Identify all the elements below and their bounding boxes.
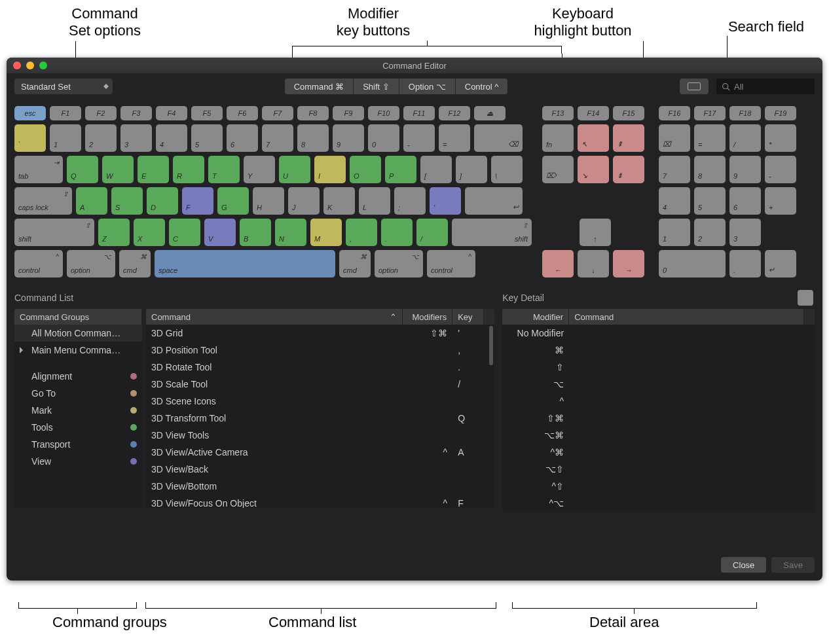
- key-7[interactable]: 7: [262, 124, 293, 152]
- key-end[interactable]: ↘: [578, 156, 609, 183]
- key-6[interactable]: 6: [729, 187, 761, 215]
- color-swatch[interactable]: [798, 290, 813, 306]
- group-row[interactable]: All Motion Comman…: [14, 325, 142, 342]
- group-row[interactable]: Transport: [14, 436, 142, 453]
- key-F[interactable]: F: [182, 187, 213, 215]
- key-control-left[interactable]: ^control: [14, 250, 63, 277]
- key-F12[interactable]: F12: [439, 106, 470, 120]
- key-Y[interactable]: Y: [244, 156, 275, 183]
- command-row[interactable]: 3D Rotate Tool.: [146, 359, 494, 376]
- key-X[interactable]: X: [134, 219, 165, 246]
- key-V[interactable]: V: [204, 219, 236, 246]
- key-down[interactable]: ↓: [578, 250, 609, 277]
- key-F6[interactable]: F6: [227, 106, 258, 120]
- key-cmd-left[interactable]: ⌘cmd: [119, 250, 151, 277]
- key-0[interactable]: 0: [368, 124, 399, 152]
- key--[interactable]: -: [403, 124, 435, 152]
- command-row[interactable]: 3D View/Focus On Object^F: [146, 495, 494, 508]
- key-space[interactable]: space: [155, 250, 335, 277]
- scrollbar-thumb[interactable]: [489, 326, 493, 365]
- key-F16[interactable]: F16: [659, 106, 690, 120]
- key-backslash[interactable]: \: [491, 156, 523, 183]
- modifier-control-button[interactable]: Control ^: [455, 79, 508, 94]
- key-Z[interactable]: Z: [98, 219, 130, 246]
- key-option-right[interactable]: ⌥option: [375, 250, 423, 277]
- key-G[interactable]: G: [217, 187, 249, 215]
- key-5[interactable]: 5: [191, 124, 223, 152]
- key-5[interactable]: 5: [694, 187, 726, 215]
- key-num0[interactable]: 0: [659, 250, 726, 277]
- column-header[interactable]: Command⌃: [146, 309, 403, 325]
- key-delete[interactable]: ⌫: [474, 124, 523, 152]
- detail-row[interactable]: ⌥: [502, 376, 815, 393]
- zoom-window-icon[interactable]: [39, 62, 47, 69]
- command-row[interactable]: 3D View/Active Camera^A: [146, 444, 494, 461]
- key-F4[interactable]: F4: [156, 106, 187, 120]
- key-D[interactable]: D: [147, 187, 178, 215]
- command-row[interactable]: 3D Transform ToolQ: [146, 410, 494, 427]
- modifier-shift-button[interactable]: Shift ⇧: [353, 79, 399, 94]
- key-F18[interactable]: F18: [729, 106, 761, 120]
- key-F14[interactable]: F14: [578, 106, 609, 120]
- key-A[interactable]: A: [76, 187, 107, 215]
- key-7[interactable]: 7: [659, 156, 690, 183]
- key-P[interactable]: P: [385, 156, 416, 183]
- key-8[interactable]: 8: [694, 156, 726, 183]
- key-,[interactable]: ,: [346, 219, 377, 246]
- key-`[interactable]: `: [14, 124, 46, 152]
- key-F3[interactable]: F3: [120, 106, 152, 120]
- key-F19[interactable]: F19: [765, 106, 796, 120]
- key-M[interactable]: M: [310, 219, 342, 246]
- key-F10[interactable]: F10: [368, 106, 399, 120]
- key-⌧[interactable]: ⌧: [659, 124, 690, 152]
- detail-row[interactable]: ⌘: [502, 342, 815, 359]
- group-row[interactable]: View: [14, 453, 142, 470]
- minimize-window-icon[interactable]: [26, 62, 34, 69]
- key-F11[interactable]: F11: [403, 106, 435, 120]
- command-row[interactable]: 3D Scale Tool/: [146, 376, 494, 393]
- key-=[interactable]: =: [694, 124, 726, 152]
- keyboard-highlight-button[interactable]: [680, 79, 709, 94]
- key-B[interactable]: B: [240, 219, 271, 246]
- key-H[interactable]: H: [253, 187, 284, 215]
- key-↵[interactable]: ↵: [765, 250, 796, 277]
- column-header[interactable]: Modifier: [502, 309, 569, 325]
- key--[interactable]: -: [765, 156, 796, 183]
- save-button[interactable]: Save: [771, 557, 815, 573]
- key-4[interactable]: 4: [156, 124, 187, 152]
- key-[[interactable]: [: [420, 156, 452, 183]
- key-J[interactable]: J: [288, 187, 320, 215]
- key-8[interactable]: 8: [297, 124, 329, 152]
- key-3[interactable]: 3: [729, 219, 761, 246]
- key-3[interactable]: 3: [120, 124, 152, 152]
- key-.[interactable]: .: [381, 219, 413, 246]
- command-row[interactable]: 3D View/Back: [146, 461, 494, 478]
- command-row[interactable]: 3D Grid⇧⌘': [146, 325, 494, 342]
- key-esc[interactable]: esc: [14, 106, 46, 120]
- key-I[interactable]: I: [314, 156, 346, 183]
- detail-row[interactable]: ⇧: [502, 359, 815, 376]
- group-row[interactable]: Go To: [14, 385, 142, 402]
- key-][interactable]: ]: [456, 156, 487, 183]
- column-header[interactable]: Command: [569, 309, 804, 325]
- command-row[interactable]: 3D Scene Icons: [146, 393, 494, 410]
- key-tab[interactable]: ⇥tab: [14, 156, 63, 183]
- detail-row[interactable]: ^: [502, 393, 815, 410]
- key-up[interactable]: ↑: [580, 219, 611, 246]
- key-N[interactable]: N: [275, 219, 306, 246]
- key-F13[interactable]: F13: [542, 106, 574, 120]
- group-row[interactable]: Mark: [14, 402, 142, 419]
- key-pagedown[interactable]: ⇟: [613, 156, 644, 183]
- key-F17[interactable]: F17: [694, 106, 726, 120]
- key-E[interactable]: E: [138, 156, 169, 183]
- column-header[interactable]: Key: [452, 309, 484, 325]
- key-1[interactable]: 1: [659, 219, 690, 246]
- key-⏏[interactable]: ⏏: [474, 106, 506, 120]
- key-;[interactable]: ;: [394, 187, 426, 215]
- group-row[interactable]: Alignment: [14, 368, 142, 385]
- key-U[interactable]: U: [279, 156, 310, 183]
- modifier-option-button[interactable]: Option ⌥: [399, 79, 455, 94]
- command-row[interactable]: 3D Position Tool,: [146, 342, 494, 359]
- key-home[interactable]: ↖: [578, 124, 609, 152]
- close-button[interactable]: Close: [721, 557, 766, 573]
